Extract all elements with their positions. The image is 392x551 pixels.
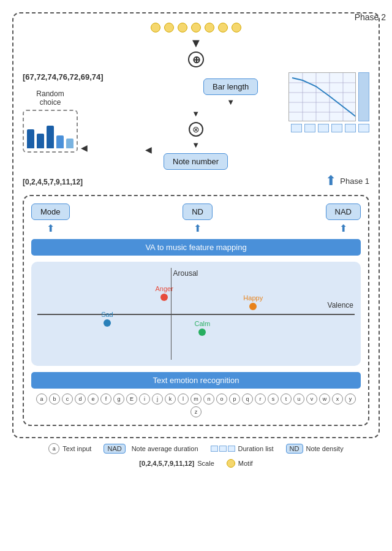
nd-box: ND <box>183 203 213 220</box>
duration-list-row <box>291 124 369 132</box>
char-circle-l: l <box>178 393 189 405</box>
char-circle-p: p <box>229 393 240 405</box>
note-number-area: ▼ ⊗ ▼ Note number <box>164 109 228 170</box>
char-circle-e: e <box>88 393 99 405</box>
char-circle-w: w <box>319 393 330 405</box>
legend-nd-label: Note density <box>306 445 344 452</box>
phase1-icon: ⬆ <box>325 173 336 189</box>
phase2-box: ▼ ⊕ [67,72,74,76,72,69,74] Randomchoice … <box>12 12 380 438</box>
arrow-left-hist: ◀ <box>81 143 88 153</box>
sequence-label: [67,72,74,76,72,69,74] <box>23 72 104 82</box>
legend-motif: Motif <box>227 459 253 468</box>
va-mapping-bar: VA to music feature mapping <box>31 239 361 256</box>
emotion-dot-sad <box>104 319 111 327</box>
nd-item: ND ⬆ <box>183 203 213 234</box>
random-choice-label: Randomchoice <box>36 89 64 107</box>
motif-circle-2 <box>178 23 187 32</box>
motif-circle-5 <box>218 23 228 32</box>
char-circles-row: abcdefgEijklmnopqrstuvwxyz <box>31 393 361 417</box>
hist-bar-3 <box>56 135 64 148</box>
nad-box: NAD <box>326 203 361 220</box>
text-emotion-bar: Text emotion recognition <box>31 372 361 389</box>
mode-box: Mode <box>31 203 70 220</box>
nd-up-arrow: ⬆ <box>194 222 202 234</box>
arrow-bl-down: ▼ <box>227 97 235 107</box>
phase1-box: Mode ⬆ ND ⬆ NAD ⬆ VA to music feature ma… <box>23 195 369 426</box>
graph-grid <box>288 72 356 121</box>
legend-nd-box: ND <box>286 444 303 454</box>
note-number-box: Note number <box>164 153 228 170</box>
char-circle-E: E <box>126 393 137 405</box>
dur-cell-2 <box>318 124 329 132</box>
arrow-to-note: ▼ <box>192 140 200 150</box>
valence-label: Valence <box>328 301 353 310</box>
legend-text-input: a Text input <box>48 443 91 454</box>
hist-bar-0 <box>27 129 34 148</box>
nad-item: NAD ⬆ <box>326 203 361 234</box>
mode-item: Mode ⬆ <box>31 203 70 234</box>
legend-section: a Text input NAD Note average duration D… <box>6 443 386 468</box>
legend-nd: ND Note density <box>286 444 344 454</box>
legend-nad-text: Note average duration <box>132 445 198 452</box>
emotion-dot-happy <box>249 303 257 310</box>
duration-vertical-bar <box>358 72 369 121</box>
motif-circle-1 <box>164 23 174 32</box>
hist-bar-4 <box>66 139 74 148</box>
char-circle-z: z <box>190 406 202 417</box>
char-circle-q: q <box>242 393 253 405</box>
arrow-left-note: ◀ <box>145 145 152 154</box>
emotion-dot-anger <box>160 294 168 301</box>
char-circle-n: n <box>203 393 214 405</box>
phase1-label-row: ⬆ Phase 1 <box>325 173 369 189</box>
legend-nad-box: NAD <box>104 444 125 454</box>
char-circle-u: u <box>293 393 304 405</box>
char-circle-x: x <box>332 393 343 405</box>
char-circle-v: v <box>306 393 317 405</box>
char-circle-t: t <box>281 393 292 405</box>
dur-cell-1 <box>304 124 315 132</box>
plot-area: Arousal Valence AngerHappySadCalm <box>37 268 355 360</box>
arousal-label: Arousal <box>173 269 198 278</box>
legend-text-input-label: Text input <box>62 445 91 452</box>
legend-duration-label: Duration list <box>238 445 274 452</box>
char-circle-y: y <box>345 393 356 405</box>
char-circle-g: g <box>113 393 124 405</box>
emotion-label-calm: Calm <box>195 320 211 327</box>
char-circle-r: r <box>255 393 266 405</box>
nad-up-arrow: ⬆ <box>339 222 347 234</box>
legend-scale: [0,2,4,5,7,9,11,12] Scale <box>139 460 214 467</box>
graph-container <box>288 72 369 121</box>
mode-up-arrow: ⬆ <box>47 222 55 234</box>
char-circle-o: o <box>216 393 227 405</box>
legend-motif-circle <box>227 459 235 468</box>
plus-circle: ⊕ <box>188 51 204 67</box>
hist-bar-2 <box>47 126 54 148</box>
emotion-label-happy: Happy <box>243 294 263 302</box>
char-circle-c: c <box>62 393 73 405</box>
scale-phase-row: [0,2,4,5,7,9,11,12] ⬆ Phase 1 <box>23 173 369 191</box>
motif-circle-6 <box>232 23 241 32</box>
char-circle-b: b <box>49 393 60 405</box>
scale-text: [0,2,4,5,7,9,11,12] <box>23 178 83 186</box>
motif-row <box>23 23 369 32</box>
x-axis <box>37 314 355 315</box>
legend-scale-name: Scale <box>197 460 214 467</box>
char-circle-s: s <box>268 393 279 405</box>
dur-cell-3 <box>331 124 342 132</box>
char-circle-d: d <box>75 393 86 405</box>
dur-cell-4 <box>345 124 356 132</box>
dur-cell-5 <box>358 124 369 132</box>
emotion-label-sad: Sad <box>101 311 113 318</box>
emotion-dot-calm <box>198 329 206 336</box>
char-circle-a: a <box>36 393 47 405</box>
y-axis <box>171 268 172 360</box>
bar-length-area: Bar length ▼ <box>203 78 258 107</box>
emotion-plot: Arousal Valence AngerHappySadCalm <box>31 262 361 366</box>
legend-motif-label: Motif <box>238 460 253 467</box>
motif-circle-3 <box>191 23 201 32</box>
emotion-label-anger: Anger <box>156 285 173 292</box>
phase1-text: Phase 1 <box>340 177 369 186</box>
arrow-down: ▼ <box>23 36 369 50</box>
main-container: Phase 2 ▼ ⊕ [67,72,74,76,72,69,74] Rando… <box>6 12 386 468</box>
leg-dur-2 <box>219 446 227 452</box>
